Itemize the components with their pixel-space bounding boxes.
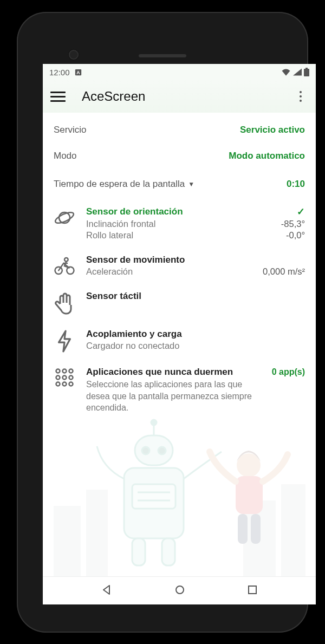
svg-point-31 bbox=[56, 376, 60, 380]
auto-rotate-icon: A bbox=[74, 68, 82, 76]
status-time: 12:00 bbox=[49, 68, 70, 77]
phone-frame: 12:00 A AceScreen bbox=[17, 12, 308, 633]
orientation-title: Sensor de orientación ✓ bbox=[86, 206, 305, 218]
dropdown-indicator-icon: ▼ bbox=[188, 180, 194, 188]
apps-description: Seleccione las aplicaciones para las que… bbox=[86, 379, 259, 414]
service-label: Servicio bbox=[54, 125, 86, 135]
svg-rect-5 bbox=[86, 490, 108, 576]
check-icon: ✓ bbox=[297, 206, 305, 218]
svg-rect-17 bbox=[132, 538, 145, 565]
sensor-touch[interactable]: Sensor táctil bbox=[43, 282, 316, 320]
row-mode[interactable]: Modo Modo automatico bbox=[43, 143, 316, 169]
svg-point-36 bbox=[69, 382, 73, 386]
mode-value: Modo automatico bbox=[229, 151, 305, 161]
sensor-orientation[interactable]: Sensor de orientación ✓ Inclinación fron… bbox=[43, 197, 316, 246]
svg-rect-22 bbox=[251, 514, 261, 544]
bolt-icon bbox=[54, 329, 75, 353]
timeout-value: 0:10 bbox=[287, 179, 305, 190]
background-illustration bbox=[43, 414, 316, 576]
motion-accel-row: Aceleración 0,000 m/s² bbox=[86, 266, 305, 277]
speaker-grill bbox=[139, 54, 186, 57]
menu-button[interactable] bbox=[50, 89, 66, 104]
charging-title: Acoplamiento y carga bbox=[86, 329, 305, 340]
never-sleep-apps[interactable]: Aplicaciones que nunca duermen 0 app(s) … bbox=[43, 358, 316, 419]
nav-back-button[interactable] bbox=[101, 584, 112, 597]
overflow-menu-button[interactable] bbox=[293, 89, 308, 104]
motion-title: Sensor de movimiento bbox=[86, 255, 305, 265]
apps-grid-icon bbox=[54, 367, 75, 387]
timeout-label: Tiempo de espera de la pantalla ▼ bbox=[54, 179, 194, 190]
svg-point-10 bbox=[142, 447, 150, 454]
screen: 12:00 A AceScreen bbox=[43, 64, 316, 604]
planet-icon bbox=[54, 206, 75, 229]
content-area: Servicio Servicio activo Modo Modo autom… bbox=[43, 113, 316, 576]
svg-point-13 bbox=[151, 420, 157, 425]
nav-recent-button[interactable] bbox=[248, 585, 257, 597]
settings-list: Servicio Servicio activo Modo Modo autom… bbox=[43, 113, 316, 419]
front-camera bbox=[69, 50, 79, 60]
status-bar: 12:00 A bbox=[43, 64, 316, 80]
sensor-motion[interactable]: Sensor de movimiento Aceleración 0,000 m… bbox=[43, 246, 316, 282]
apps-count: 0 app(s) bbox=[272, 367, 305, 377]
svg-point-11 bbox=[158, 447, 166, 454]
svg-point-32 bbox=[63, 376, 67, 380]
app-bar: AceScreen bbox=[43, 80, 316, 113]
svg-rect-3 bbox=[304, 69, 309, 76]
svg-rect-20 bbox=[236, 476, 263, 514]
svg-point-28 bbox=[56, 369, 60, 373]
mode-label: Modo bbox=[54, 151, 77, 161]
apps-title: Aplicaciones que nunca duermen bbox=[86, 367, 233, 378]
row-screen-timeout[interactable]: Tiempo de espera de la pantalla ▼ 0:10 bbox=[43, 169, 316, 197]
svg-rect-21 bbox=[238, 514, 248, 544]
service-value: Servicio activo bbox=[240, 125, 305, 135]
orientation-tilt-row: Inclinación frontal -85,3° bbox=[86, 219, 305, 229]
sensor-charging[interactable]: Acoplamiento y carga Cargador no conecta… bbox=[43, 320, 316, 358]
navigation-bar bbox=[43, 576, 316, 604]
svg-rect-14 bbox=[132, 484, 176, 509]
signal-icon bbox=[293, 68, 302, 76]
svg-point-29 bbox=[63, 369, 67, 373]
svg-point-37 bbox=[176, 586, 184, 594]
battery-icon bbox=[304, 68, 309, 76]
app-title: AceScreen bbox=[82, 89, 293, 104]
wifi-icon bbox=[281, 68, 291, 76]
row-service[interactable]: Servicio Servicio activo bbox=[43, 117, 316, 143]
svg-rect-38 bbox=[249, 586, 256, 594]
status-bar-right bbox=[281, 68, 309, 76]
orientation-roll-row: Rollo lateral -0,0° bbox=[86, 230, 305, 240]
svg-rect-4 bbox=[54, 506, 81, 576]
svg-rect-6 bbox=[243, 500, 276, 576]
svg-text:A: A bbox=[76, 69, 80, 75]
status-bar-left: 12:00 A bbox=[49, 68, 82, 77]
touch-title: Sensor táctil bbox=[86, 291, 305, 302]
charging-status: Cargador no conectado bbox=[86, 341, 305, 351]
svg-rect-2 bbox=[306, 68, 308, 69]
apps-title-row: Aplicaciones que nunca duermen 0 app(s) bbox=[86, 367, 305, 378]
svg-point-34 bbox=[56, 382, 60, 386]
svg-point-19 bbox=[237, 453, 261, 477]
svg-rect-9 bbox=[135, 435, 173, 465]
nav-home-button[interactable] bbox=[174, 584, 185, 597]
cyclist-icon bbox=[54, 255, 75, 276]
svg-rect-8 bbox=[124, 468, 184, 538]
svg-point-33 bbox=[69, 376, 73, 380]
svg-point-35 bbox=[63, 382, 67, 386]
svg-rect-7 bbox=[281, 484, 306, 576]
hand-icon bbox=[54, 291, 75, 315]
svg-rect-18 bbox=[162, 538, 175, 565]
svg-point-30 bbox=[69, 369, 73, 373]
